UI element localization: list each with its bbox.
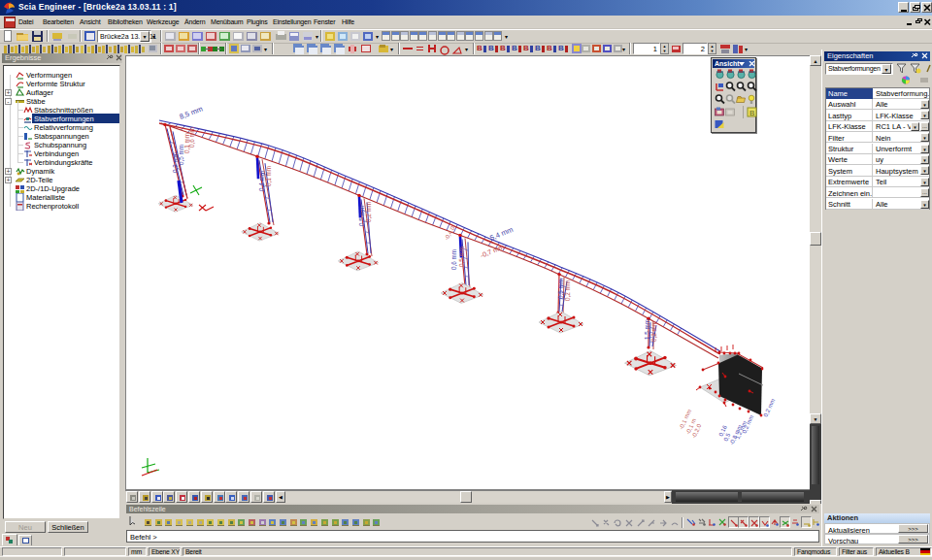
svg-text:0,6 mm: 0,6 mm (188, 127, 195, 148)
svg-text:0,2 mm: 0,2 mm (650, 321, 657, 342)
svg-text:0,4 mm: 0,4 mm (258, 171, 265, 191)
svg-text:0,2 mm: 0,2 mm (564, 280, 571, 301)
svg-text:0,6 mm: 0,6 mm (450, 249, 457, 270)
svg-text:0,2 mm: 0,2 mm (762, 398, 776, 418)
svg-text:5,4 mm: 5,4 mm (488, 225, 515, 243)
svg-text:0,2 mm: 0,2 mm (365, 202, 372, 222)
svg-text:0,1 mm: 0,1 mm (265, 166, 272, 186)
svg-text:B: B (749, 109, 754, 117)
svg-text:0,5 mm: 0,5 mm (458, 247, 465, 267)
svg-text:0,5 mm: 0,5 mm (358, 206, 365, 226)
svg-text:8,5 mm: 8,5 mm (178, 105, 204, 121)
svg-text:0,5 mm: 0,5 mm (557, 279, 564, 299)
svg-text:1,5 mm: 1,5 mm (644, 319, 650, 340)
